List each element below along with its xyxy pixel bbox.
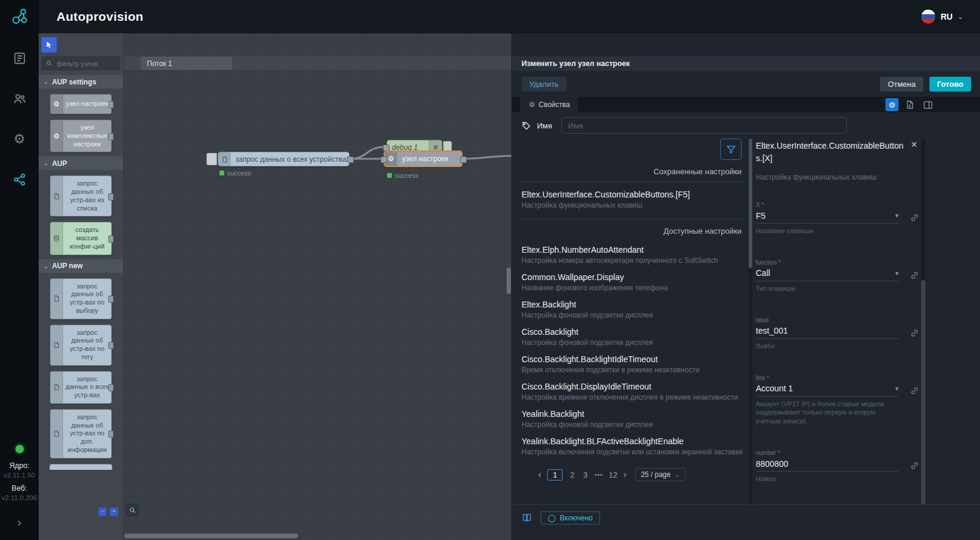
- available-setting-item[interactable]: Common.Wallpaper.Display Название фоново…: [522, 272, 749, 292]
- next-page-button[interactable]: ›: [623, 470, 626, 479]
- link-icon[interactable]: [909, 212, 920, 223]
- query-node-button[interactable]: [206, 153, 217, 165]
- page-1[interactable]: 1: [547, 469, 563, 481]
- language-switcher[interactable]: RU ⌄: [921, 9, 980, 24]
- palette-category-aup[interactable]: ⌄ AUP: [39, 156, 123, 170]
- chevron-down-icon: ⌄: [43, 160, 48, 167]
- layout-icon-button[interactable]: [921, 98, 934, 111]
- canvas-node-settings[interactable]: ⚙ узел настроек: [384, 150, 463, 167]
- palette-category-aup-new[interactable]: ⌄ AUP new: [39, 259, 123, 273]
- link-icon[interactable]: [909, 270, 920, 281]
- list-scrollbar-thumb[interactable]: [749, 139, 752, 268]
- tab-properties[interactable]: ⚙ Свойства: [520, 97, 578, 112]
- gear-icon: ⚙: [51, 95, 63, 114]
- delete-button[interactable]: Удалить: [522, 77, 567, 92]
- page-ellipsis[interactable]: •••: [595, 472, 603, 478]
- palette-category-aup-settings[interactable]: ⌄ AUP settings: [39, 75, 123, 89]
- prev-page-button[interactable]: ‹: [538, 470, 541, 479]
- flow-canvas[interactable]: Поток 1 запрос данных о всех устройствах…: [123, 33, 511, 540]
- tag-icon: [522, 121, 531, 130]
- available-settings-header: Доступные настройки: [522, 227, 749, 236]
- label-input[interactable]: test_001: [756, 324, 899, 339]
- tray-content: Сохраненные настройки Eltex.UserInterfac…: [512, 139, 980, 504]
- description-icon-button[interactable]: [903, 98, 916, 111]
- page-3[interactable]: 3: [582, 470, 589, 479]
- palette-node-partial[interactable]: [49, 464, 112, 470]
- detail-scrollbar-thumb[interactable]: [921, 280, 925, 504]
- cancel-button[interactable]: Отмена: [880, 77, 924, 92]
- function-select[interactable]: Call ▾: [756, 266, 899, 281]
- caret-down-icon: ▾: [895, 212, 899, 219]
- field-line: line * Account 1 ▾ Аккаунт (VP17 (P) и б…: [756, 375, 920, 426]
- wire[interactable]: [350, 147, 385, 159]
- node-status: success: [219, 169, 251, 177]
- palette-node-query-by-choice[interactable]: запрос данных об устр-вах по выбору: [50, 278, 112, 319]
- properties-icon-button[interactable]: ⚙: [885, 98, 899, 111]
- field-function: function * Call ▾ Тип клавиши: [756, 259, 920, 293]
- node-output-port[interactable]: [347, 156, 354, 163]
- link-icon[interactable]: [909, 328, 920, 338]
- sidebar-item-flows[interactable]: [12, 172, 27, 187]
- close-icon[interactable]: ✕: [909, 139, 919, 150]
- link-icon[interactable]: [909, 385, 920, 396]
- canvas-hscrollbar-thumb[interactable]: [124, 533, 298, 538]
- saved-setting-item[interactable]: Eltex.UserInterface.CustomizableButtons.…: [522, 190, 749, 209]
- available-setting-item[interactable]: Yealink.Backlight.BLFActiveBacklightEnab…: [522, 437, 749, 456]
- palette-expand-button[interactable]: +: [109, 507, 118, 516]
- link-icon[interactable]: [909, 460, 920, 471]
- number-input[interactable]: 8800800: [756, 456, 899, 472]
- palette-collapse-button[interactable]: −: [98, 507, 107, 516]
- done-button[interactable]: Готово: [929, 77, 971, 92]
- gear-icon: ⚙: [12, 132, 27, 146]
- palette-node-complex-settings[interactable]: ⚙ узел комплексных настроек: [50, 120, 112, 152]
- node-name-input[interactable]: [561, 117, 847, 134]
- page-title: Autoprovision: [56, 10, 143, 24]
- sidebar-item-journal[interactable]: [12, 51, 27, 65]
- palette-node-query-all[interactable]: запрос данных о всех устр-вах: [50, 371, 112, 404]
- sidebar-item-settings[interactable]: ⚙: [12, 132, 27, 146]
- node-output-port[interactable]: [460, 156, 467, 163]
- node-input-port[interactable]: [381, 156, 387, 163]
- file-icon: [51, 372, 63, 403]
- columns-icon: [923, 100, 933, 110]
- web-label: Веб:: [0, 484, 39, 492]
- settings-list: Сохраненные настройки Eltex.UserInterfac…: [512, 139, 749, 504]
- page-2[interactable]: 2: [568, 470, 576, 479]
- x-select[interactable]: F5 ▾: [756, 208, 899, 224]
- palette-node-query-list[interactable]: запрос данных об устр-вах из списка: [50, 175, 112, 216]
- zoom-button[interactable]: [126, 504, 139, 516]
- palette-search[interactable]: [42, 56, 120, 70]
- page-size-select[interactable]: 25 / page ⌄: [635, 468, 686, 481]
- chevron-down-icon: ⌄: [957, 12, 963, 21]
- available-setting-item[interactable]: Cisco.Backlight.BacklightIdleTimeout Вре…: [522, 354, 749, 374]
- available-setting-item[interactable]: Eltex.Elph.NumberAutoAttendant Настройка…: [522, 245, 749, 265]
- line-select[interactable]: Account 1 ▾: [756, 381, 899, 397]
- palette-node-settings[interactable]: ⚙ узел настроек: [50, 94, 112, 114]
- filter-button[interactable]: [720, 139, 742, 160]
- page-12[interactable]: 12: [609, 470, 617, 479]
- file-icon: [218, 152, 231, 166]
- available-setting-item[interactable]: Eltex.Backlight Настройка фоновой подсве…: [522, 300, 749, 319]
- caret-down-icon: ▾: [895, 385, 899, 393]
- palette-search-input[interactable]: [55, 59, 116, 68]
- cursor-tool-button[interactable]: [41, 37, 57, 53]
- sidebar-item-users[interactable]: [12, 92, 27, 106]
- palette-node-create-config-array[interactable]: создать массив конфиг-ций: [50, 222, 112, 255]
- tray-buttons: Удалить Отмена Готово: [512, 71, 980, 97]
- palette-footer: − +: [98, 507, 118, 516]
- wire[interactable]: [463, 156, 511, 159]
- palette-node-query-by-tag[interactable]: запрос данных об устр-вах по тегу: [50, 325, 112, 366]
- book-icon[interactable]: [522, 513, 532, 523]
- search-icon: [46, 60, 52, 67]
- sidebar-expand-chevron-icon[interactable]: ›: [0, 516, 39, 529]
- canvas-node-query-all-devices[interactable]: запрос данных о всех устройствах: [218, 152, 350, 167]
- available-setting-item[interactable]: Cisco.Backlight Настройка фоновой подсве…: [522, 327, 749, 347]
- canvas-vscrollbar-thumb[interactable]: [507, 268, 511, 294]
- available-setting-item[interactable]: Cisco.Backlight.DisplayIdleTimeout Настр…: [522, 382, 749, 401]
- setting-detail-panel: ✕ Eltex.UserInterface.CustomizableButton…: [756, 139, 920, 504]
- available-setting-item[interactable]: Yealink.Backlight Настройка фоновой подс…: [522, 409, 749, 429]
- pagination: ‹ 1 2 3 ••• 12 › 25 / page ⌄: [522, 468, 749, 481]
- palette-node-query-by-extra-info[interactable]: запрос данных об устр-вах по доп. информ…: [50, 409, 112, 459]
- tab-flow-1[interactable]: Поток 1: [141, 56, 233, 70]
- enabled-toggle[interactable]: ◯ Включено: [541, 511, 600, 525]
